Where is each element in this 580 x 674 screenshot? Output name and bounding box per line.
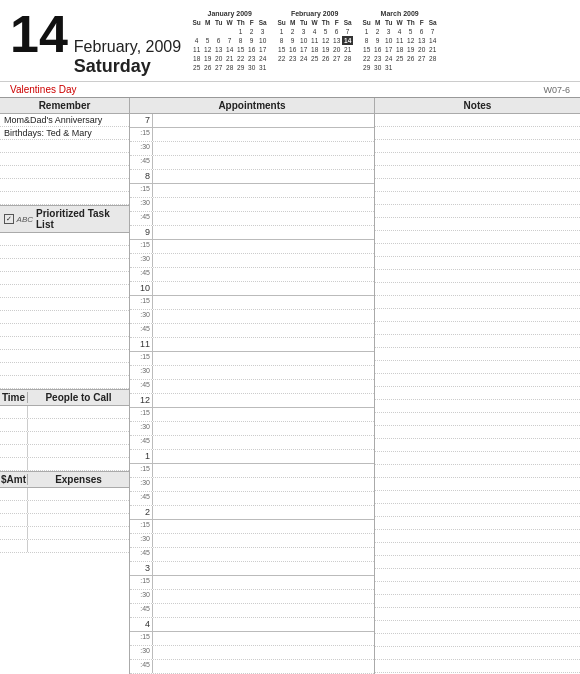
note-line[interactable] <box>375 621 580 634</box>
note-line[interactable] <box>375 244 580 257</box>
note-line[interactable] <box>375 556 580 569</box>
main-grid: Remember Mom&Dad's Anniversary Birthdays… <box>0 98 580 674</box>
appt-line[interactable] <box>152 478 374 491</box>
appt-line[interactable] <box>152 226 374 239</box>
note-line[interactable] <box>375 517 580 530</box>
appt-line[interactable] <box>152 128 374 141</box>
note-line[interactable] <box>375 413 580 426</box>
note-line[interactable] <box>375 530 580 543</box>
appt-line[interactable] <box>152 142 374 155</box>
appt-line[interactable] <box>152 184 374 197</box>
note-line[interactable] <box>375 452 580 465</box>
appt-line[interactable] <box>152 324 374 337</box>
note-line[interactable] <box>375 543 580 556</box>
note-line[interactable] <box>375 231 580 244</box>
appt-line[interactable] <box>152 394 374 407</box>
note-line[interactable] <box>375 270 580 283</box>
appt-line[interactable] <box>152 548 374 561</box>
appt-line[interactable] <box>152 338 374 351</box>
time-label: :45 <box>130 156 152 164</box>
note-line[interactable] <box>375 400 580 413</box>
appt-line[interactable] <box>152 408 374 421</box>
remember-item-3 <box>0 140 129 153</box>
note-line[interactable] <box>375 296 580 309</box>
note-line[interactable] <box>375 361 580 374</box>
appt-line[interactable] <box>152 268 374 281</box>
appt-line[interactable] <box>152 562 374 575</box>
appt-line[interactable] <box>152 240 374 253</box>
appt-line[interactable] <box>152 534 374 547</box>
note-line[interactable] <box>375 504 580 517</box>
note-line[interactable] <box>375 439 580 452</box>
appt-line[interactable] <box>152 380 374 393</box>
remember-item-1: Mom&Dad's Anniversary <box>0 114 129 127</box>
appt-line[interactable] <box>152 660 374 673</box>
appt-line[interactable] <box>152 282 374 295</box>
note-line[interactable] <box>375 582 580 595</box>
note-line[interactable] <box>375 192 580 205</box>
appt-line[interactable] <box>152 352 374 365</box>
note-line[interactable] <box>375 634 580 647</box>
note-line[interactable] <box>375 322 580 335</box>
expenses-name-label: Expenses <box>28 474 129 485</box>
note-line[interactable] <box>375 426 580 439</box>
note-line[interactable] <box>375 153 580 166</box>
time-label: :45 <box>130 380 152 388</box>
note-line[interactable] <box>375 127 580 140</box>
note-line[interactable] <box>375 647 580 660</box>
appt-line[interactable] <box>152 590 374 603</box>
note-line[interactable] <box>375 179 580 192</box>
appt-line[interactable] <box>152 520 374 533</box>
appt-line[interactable] <box>152 366 374 379</box>
time-label: :30 <box>130 534 152 542</box>
appt-line[interactable] <box>152 618 374 631</box>
appt-line[interactable] <box>152 492 374 505</box>
time-label: :15 <box>130 632 152 640</box>
note-line[interactable] <box>375 309 580 322</box>
appt-line[interactable] <box>152 464 374 477</box>
note-line[interactable] <box>375 166 580 179</box>
note-line[interactable] <box>375 595 580 608</box>
march-title: March 2009 <box>361 10 438 17</box>
note-line[interactable] <box>375 465 580 478</box>
note-line[interactable] <box>375 257 580 270</box>
appt-line[interactable] <box>152 310 374 323</box>
note-line[interactable] <box>375 608 580 621</box>
remember-header: Remember <box>0 98 129 114</box>
task-item-7 <box>0 311 129 324</box>
task-checkbox-icon[interactable]: ✓ <box>4 214 14 224</box>
note-line[interactable] <box>375 348 580 361</box>
appt-line[interactable] <box>152 646 374 659</box>
appt-line[interactable] <box>152 632 374 645</box>
appt-line[interactable] <box>152 576 374 589</box>
note-line[interactable] <box>375 491 580 504</box>
appt-line[interactable] <box>152 156 374 169</box>
appt-line[interactable] <box>152 170 374 183</box>
note-line[interactable] <box>375 218 580 231</box>
note-line[interactable] <box>375 660 580 673</box>
note-line[interactable] <box>375 140 580 153</box>
note-line[interactable] <box>375 478 580 491</box>
time-label: :30 <box>130 590 152 598</box>
appt-line[interactable] <box>152 198 374 211</box>
appt-line[interactable] <box>152 254 374 267</box>
appt-line[interactable] <box>152 604 374 617</box>
expenses-section: $Amt Expenses <box>0 472 129 674</box>
mini-calendars: January 2009 SuMTuWThFSa 123 45678910 11… <box>191 10 438 72</box>
note-line[interactable] <box>375 335 580 348</box>
note-line[interactable] <box>375 374 580 387</box>
note-line[interactable] <box>375 205 580 218</box>
appt-line[interactable] <box>152 422 374 435</box>
note-line[interactable] <box>375 283 580 296</box>
appt-line[interactable] <box>152 296 374 309</box>
note-line[interactable] <box>375 114 580 127</box>
appt-line[interactable] <box>152 212 374 225</box>
note-line[interactable] <box>375 569 580 582</box>
appt-row: :45 <box>130 268 374 282</box>
appt-line[interactable] <box>152 450 374 463</box>
people-item-4 <box>0 445 129 458</box>
appt-line[interactable] <box>152 506 374 519</box>
note-line[interactable] <box>375 387 580 400</box>
appt-line[interactable] <box>152 114 374 127</box>
appt-line[interactable] <box>152 436 374 449</box>
